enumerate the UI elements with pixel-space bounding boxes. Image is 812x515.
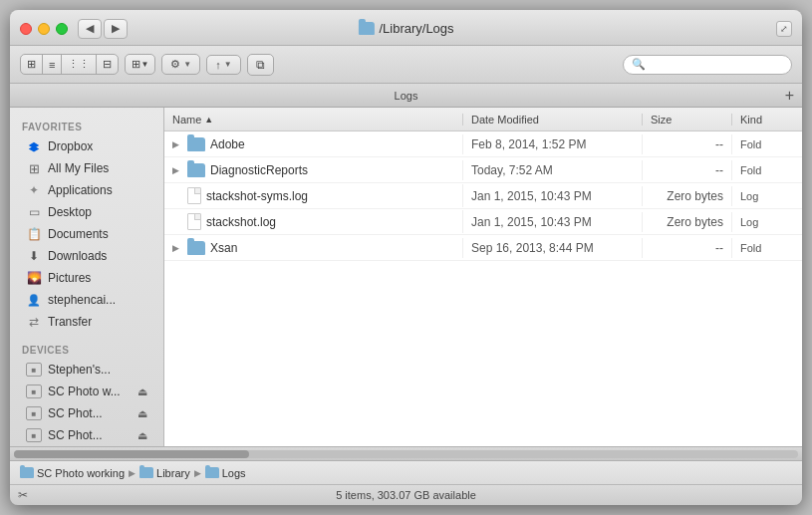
scroll-thumb	[14, 450, 249, 458]
finder-window: ◀ ▶ /Library/Logs ⤢ ⊞ ≡ ⋮⋮ ⊟ ⊞ ▼ ⚙ ▼ ↑ ▼…	[10, 10, 802, 505]
expand-arrow[interactable]: ▶	[172, 139, 182, 149]
transfer-icon: ⇄	[26, 314, 42, 330]
sidebar-item-transfer-label: Transfer	[48, 315, 92, 329]
sidebar-item-stephens[interactable]: ■ Stephen's...	[14, 359, 159, 381]
applications-icon: ✦	[26, 182, 42, 198]
sc-phot2-device-icon: ■	[26, 428, 42, 442]
sidebar-item-documents-label: Documents	[48, 227, 109, 241]
status-text: 5 items, 303.07 GB available	[336, 489, 476, 501]
close-button[interactable]	[20, 23, 32, 35]
expand-button[interactable]: ⤢	[776, 21, 792, 37]
horizontal-scrollbar[interactable]	[10, 447, 802, 461]
sidebar-item-pictures[interactable]: 🌄 Pictures	[14, 267, 159, 289]
col-header-size[interactable]: Size	[643, 114, 732, 126]
sidebar-item-sc-phot2[interactable]: ■ SC Phot... ⏏	[14, 424, 159, 446]
minimize-button[interactable]	[38, 23, 50, 35]
devices-label: DEVICES	[10, 339, 163, 359]
sidebar-item-stephencai[interactable]: 👤 stephencai...	[14, 289, 159, 311]
sidebar-item-documents[interactable]: 📋 Documents	[14, 223, 159, 245]
expand-arrow[interactable]: ▶	[172, 165, 182, 175]
share-dropdown-arrow: ▼	[224, 60, 232, 69]
sidebar-item-dropbox[interactable]: Dropbox	[14, 135, 159, 157]
table-row[interactable]: ▶ Adobe Feb 8, 2014, 1:52 PM -- Fold	[164, 131, 802, 157]
sidebar-item-sc-phot1[interactable]: ■ SC Phot... ⏏	[14, 402, 159, 424]
file-cell-kind: Fold	[732, 135, 802, 153]
path-separator-1: ▶	[129, 468, 135, 478]
file-cell-date: Jan 1, 2015, 10:43 PM	[463, 212, 643, 232]
file-cell-kind: Log	[732, 213, 802, 231]
folder-icon	[187, 137, 205, 151]
svg-marker-1	[29, 145, 40, 151]
forward-button[interactable]: ▶	[104, 19, 128, 39]
fullscreen-button[interactable]: ⧉	[247, 54, 274, 76]
all-my-files-icon: ⊞	[26, 160, 42, 176]
file-cell-name: ▶ stackshot.log	[164, 210, 463, 233]
sort-button[interactable]: ⊞ ▼	[126, 55, 154, 74]
share-button[interactable]: ↑ ▼	[206, 55, 240, 75]
file-cell-date: Jan 1, 2015, 10:43 PM	[463, 186, 643, 206]
file-cell-size: --	[643, 160, 732, 180]
action-button[interactable]: ⚙ ▼	[161, 54, 200, 75]
table-row[interactable]: ▶ stackshot.log Jan 1, 2015, 10:43 PM Ze…	[164, 209, 802, 235]
file-cell-name: ▶ Adobe	[164, 134, 463, 154]
path-separator-2: ▶	[194, 468, 201, 478]
file-icon	[187, 187, 201, 204]
col-header-name[interactable]: Name ▲	[164, 114, 463, 126]
folder-icon	[187, 163, 205, 177]
eject-sc-phot2-button[interactable]: ⏏	[137, 429, 147, 442]
zoom-button[interactable]	[56, 23, 68, 35]
path-folder-icon-library	[139, 467, 153, 478]
user-icon: 👤	[26, 292, 42, 308]
col-header-kind[interactable]: Kind	[732, 114, 802, 126]
path-item-sc-photo[interactable]: SC Photo working	[20, 467, 125, 479]
view-coverflow-button[interactable]: ⊟	[97, 55, 118, 74]
file-cell-name: ▶ stackshot-syms.log	[164, 184, 463, 207]
sidebar-item-desktop-label: Desktop	[48, 205, 92, 219]
sidebar-item-transfer[interactable]: ⇄ Transfer	[14, 311, 159, 333]
sidebar-item-applications[interactable]: ✦ Applications	[14, 179, 159, 201]
eject-sc-phot1-button[interactable]: ⏏	[137, 407, 147, 420]
path-folder-icon-logs	[205, 467, 219, 478]
back-button[interactable]: ◀	[78, 19, 102, 39]
sidebar-item-all-my-files[interactable]: ⊞ All My Files	[14, 157, 159, 179]
expand-arrow[interactable]: ▶	[172, 243, 182, 253]
view-columns-button[interactable]: ⋮⋮	[62, 55, 97, 74]
path-bar: SC Photo working ▶ Library ▶ Logs	[10, 461, 802, 485]
path-item-logs[interactable]: Logs	[205, 467, 246, 479]
view-icon-button[interactable]: ⊞	[21, 55, 43, 74]
content-area: FAVORITES Dropbox ⊞ All My Files ✦ Appli…	[10, 108, 802, 446]
add-tab-button[interactable]: +	[785, 88, 794, 104]
sidebar-item-downloads-label: Downloads	[48, 249, 107, 263]
file-cell-size: Zero bytes	[643, 186, 732, 206]
eject-sc-photo-w-button[interactable]: ⏏	[137, 386, 147, 398]
search-input[interactable]	[650, 58, 783, 72]
tab-title: Logs	[395, 90, 418, 102]
sidebar-item-sc-photo-w[interactable]: ■ SC Photo w... ⏏	[14, 381, 159, 402]
path-item-library[interactable]: Library	[139, 467, 190, 479]
toolbar: ⊞ ≡ ⋮⋮ ⊟ ⊞ ▼ ⚙ ▼ ↑ ▼ ⧉ 🔍	[10, 46, 802, 84]
tools-icon[interactable]: ✂	[18, 488, 28, 502]
pictures-icon: 🌄	[26, 270, 42, 286]
folder-icon	[187, 241, 205, 255]
col-header-date[interactable]: Date Modified	[463, 114, 643, 126]
sc-phot2-hdd-icon: ■	[26, 427, 42, 443]
view-list-button[interactable]: ≡	[43, 55, 62, 74]
title-bar: ◀ ▶ /Library/Logs ⤢	[10, 10, 802, 46]
sc-phot1-device-icon: ■	[26, 406, 42, 420]
title-folder-icon	[358, 22, 374, 35]
sidebar-item-desktop[interactable]: ▭ Desktop	[14, 201, 159, 223]
file-cell-name: ▶ DiagnosticReports	[164, 160, 463, 180]
file-area: Name ▲ Date Modified Size Kind ▶	[164, 108, 802, 446]
table-row[interactable]: ▶ DiagnosticReports Today, 7:52 AM -- Fo…	[164, 157, 802, 183]
table-row[interactable]: ▶ Xsan Sep 16, 2013, 8:44 PM -- Fold	[164, 235, 802, 261]
dropbox-icon	[26, 138, 42, 154]
file-cell-date: Today, 7:52 AM	[463, 160, 643, 180]
table-row[interactable]: ▶ stackshot-syms.log Jan 1, 2015, 10:43 …	[164, 183, 802, 209]
sidebar-item-downloads[interactable]: ⬇ Downloads	[14, 245, 159, 267]
column-headers: Name ▲ Date Modified Size Kind	[164, 108, 802, 131]
file-cell-kind: Fold	[732, 239, 802, 257]
sc-photo-w-device-icon: ■	[26, 385, 42, 398]
file-name: Adobe	[210, 137, 245, 151]
window-title-area: /Library/Logs	[358, 21, 453, 36]
traffic-lights	[20, 23, 68, 35]
